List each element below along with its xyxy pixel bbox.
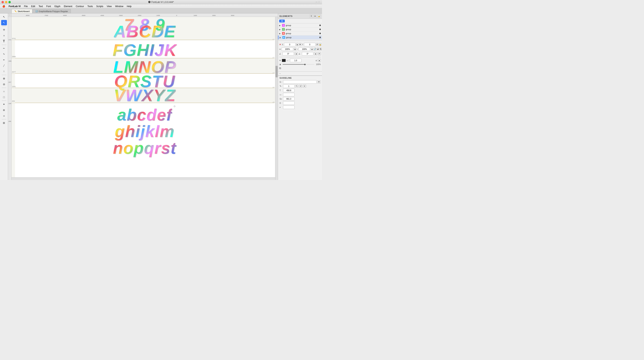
tool-zoom-in[interactable]: ⊕ bbox=[1, 76, 7, 81]
guideline-value-2b[interactable] bbox=[283, 93, 294, 96]
menu-apple[interactable]: 🍎 bbox=[1, 4, 7, 8]
ctrl-chain[interactable]: 🔗 bbox=[314, 47, 316, 51]
layer-item-C[interactable]: ▶ C group bbox=[278, 27, 322, 31]
horizontal-scrollbar[interactable] bbox=[12, 177, 275, 180]
menu-element[interactable]: Element bbox=[62, 4, 74, 8]
guideline-d-icon: D bbox=[280, 102, 282, 104]
tool-circle[interactable]: ○ bbox=[1, 89, 7, 94]
tool-pen[interactable]: ✒ bbox=[1, 57, 7, 62]
ruler-vtick-459: 459 bbox=[8, 120, 11, 122]
font-row-ghijklm-text: ghijklm bbox=[115, 122, 175, 140]
tool-select[interactable]: ↖ bbox=[1, 20, 7, 25]
ctrl-color-swatch[interactable] bbox=[282, 59, 286, 62]
guideline-edit[interactable]: ✎ bbox=[295, 85, 298, 88]
menu-glyph[interactable]: Glyph bbox=[53, 4, 62, 8]
tab-graphixmania[interactable]: 🔠 GraphixMania Polygon Regular bbox=[32, 9, 71, 13]
menu-scripts[interactable]: Scripts bbox=[95, 4, 105, 8]
tab-sketchboard[interactable]: ✏️ Sketchboard bbox=[12, 9, 32, 13]
ctrl-angle-refresh[interactable]: ↺ bbox=[318, 52, 321, 55]
tool-zoom-out[interactable]: ⊖ bbox=[1, 81, 7, 87]
ctrl-layers-icon[interactable]: ⧉ bbox=[279, 67, 281, 70]
menu-help[interactable]: Help bbox=[125, 4, 133, 8]
line-label-c2: c2 bbox=[272, 57, 274, 58]
ctrl-angle-input[interactable] bbox=[282, 52, 294, 55]
tabbar: ✏️ Sketchboard 🔠 GraphixMania Polygon Re… bbox=[0, 8, 322, 13]
tool-brush[interactable]: ✏ bbox=[1, 46, 7, 51]
menu-font[interactable]: Font bbox=[45, 4, 52, 8]
tool-move[interactable]: ✛ bbox=[1, 27, 7, 32]
ruler-tick-3000: 3000 bbox=[231, 14, 234, 16]
ctrl-stroke-input[interactable] bbox=[290, 59, 302, 62]
guideline-section: GUIDELINE G: ▼ ✎ ✎ ↺ ✕ T ▭ bbox=[278, 76, 322, 110]
guideline-value-5[interactable] bbox=[283, 105, 294, 109]
guideline-value-3[interactable] bbox=[283, 97, 294, 100]
canvas-wrapper: + -8000 -7000 -6000 -5000 -4000 -3000 -2… bbox=[8, 13, 278, 180]
tool-anchor[interactable]: ∧ bbox=[1, 33, 7, 38]
ctrl-angle-up[interactable]: ▲ bbox=[295, 52, 298, 55]
maximize-button[interactable] bbox=[8, 1, 11, 3]
minus-icon[interactable]: − bbox=[279, 72, 281, 75]
ruler-tick-0: 0 bbox=[176, 14, 177, 16]
ctrl-y-input[interactable] bbox=[304, 43, 316, 46]
tool-rect[interactable]: □ bbox=[1, 94, 7, 100]
ctrl-x-down[interactable]: ▼ bbox=[299, 43, 301, 46]
tool-pencil[interactable]: ✎ bbox=[1, 51, 7, 57]
guideline-value-1[interactable] bbox=[283, 84, 294, 88]
layer-item-D[interactable]: ▶ D group bbox=[278, 23, 322, 27]
menu-contour[interactable]: Contour bbox=[74, 4, 86, 8]
menu-tools[interactable]: Tools bbox=[86, 4, 94, 8]
ctrl-w-input[interactable] bbox=[282, 47, 293, 51]
ctrl-stroke-up[interactable]: ▲ bbox=[318, 59, 321, 62]
ctrl-h-up[interactable]: ▲ bbox=[311, 47, 313, 51]
ctrl-opacity-slider[interactable] bbox=[283, 64, 314, 65]
ruler-tick--3000: -3000 bbox=[119, 14, 122, 16]
ctrl-h-input[interactable] bbox=[298, 47, 310, 51]
ctrl-refresh[interactable]: ↺ bbox=[316, 43, 318, 46]
menu-fontlab[interactable]: FontLab VI bbox=[7, 4, 22, 8]
ctrl-x-input[interactable] bbox=[284, 43, 296, 46]
panel-lock[interactable]: 🔒 bbox=[318, 14, 320, 18]
tool-pointer[interactable]: ↖ bbox=[1, 14, 7, 19]
ctrl-flip-h[interactable]: ⇄ bbox=[317, 47, 319, 51]
layer-item-A[interactable]: ▶ A group bbox=[278, 35, 322, 39]
menu-file[interactable]: File bbox=[22, 4, 29, 8]
menu-edit[interactable]: Edit bbox=[30, 4, 37, 8]
menu-view[interactable]: View bbox=[105, 4, 113, 8]
ctrl-flip-v[interactable]: ⇅ bbox=[320, 47, 322, 51]
tool-grid[interactable]: ⊞ bbox=[1, 120, 7, 125]
window-extra-controls[interactable]: ··· ⋮ bbox=[316, 1, 320, 3]
ctrl-w-up[interactable]: ▲ bbox=[294, 47, 296, 51]
tool-smartpen[interactable]: ✦ bbox=[1, 101, 7, 107]
vertical-scrollbar[interactable] bbox=[275, 17, 278, 180]
ctrl-x-up[interactable]: ▲ bbox=[296, 43, 298, 46]
ctrl-angle2-input[interactable] bbox=[302, 52, 313, 55]
tool-smartbrush[interactable]: ⊛ bbox=[1, 107, 7, 113]
ruler-corner-plus[interactable]: + bbox=[9, 14, 10, 16]
menu-text[interactable]: Text bbox=[37, 4, 44, 8]
panel-view-list[interactable]: ☰ bbox=[310, 14, 313, 18]
guideline-value-4[interactable] bbox=[283, 101, 294, 105]
guideline-pencil-icon: ✎ bbox=[280, 85, 282, 87]
minimize-button[interactable] bbox=[5, 1, 7, 3]
ctrl-angle2-up[interactable]: ▲ bbox=[314, 52, 317, 55]
guideline-input-1[interactable] bbox=[283, 80, 316, 84]
guideline-reset[interactable]: ↺ bbox=[299, 85, 302, 88]
canvas[interactable]: c1 c2 c3 c4 c5 3721 2890 2077 1261 459 7… bbox=[12, 17, 278, 180]
tool-knife[interactable]: ⌇ bbox=[1, 69, 7, 74]
guideline-delete[interactable]: ✕ bbox=[303, 85, 306, 88]
guideline-rect-icon: ▭ bbox=[280, 94, 282, 96]
tool-text[interactable]: T bbox=[1, 38, 7, 44]
layer-item-B[interactable]: ▶ B group bbox=[278, 31, 322, 35]
guideline-value-2[interactable] bbox=[283, 89, 294, 92]
filter-all[interactable]: All bbox=[279, 19, 285, 22]
tool-contour[interactable]: ⌾ bbox=[1, 113, 7, 118]
panel-view-grid[interactable]: ⊞ bbox=[314, 14, 316, 18]
ctrl-lock[interactable]: 🔒 bbox=[319, 43, 322, 46]
canvas-label-459: 459 bbox=[12, 100, 15, 102]
tool-line[interactable]: ╱ bbox=[1, 63, 7, 68]
vertical-scroll-thumb[interactable] bbox=[276, 66, 278, 77]
close-button[interactable] bbox=[2, 1, 4, 3]
guideline-dropdown[interactable]: ▼ bbox=[318, 80, 320, 83]
canvas-body: 3721 2890 2077 1261 459 bbox=[8, 17, 278, 180]
menu-window[interactable]: Window bbox=[114, 4, 125, 8]
